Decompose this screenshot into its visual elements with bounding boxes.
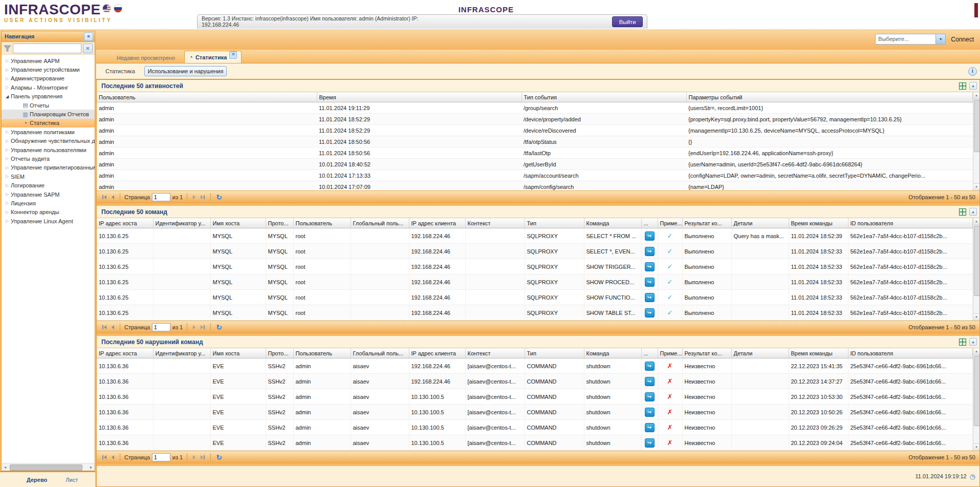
table-row[interactable]: 10.130.6.36EVESSHv2adminaisaev10.130.100…	[97, 405, 973, 420]
scroll-up-icon[interactable]: ▲	[973, 348, 979, 355]
scroll-up-icon[interactable]: ▲	[973, 92, 979, 99]
column-header[interactable]: Прото...	[266, 218, 293, 228]
expand-node-icon[interactable]: ▷	[4, 210, 11, 215]
page-number-input[interactable]	[152, 323, 170, 331]
column-header[interactable]: Время	[317, 92, 521, 102]
sidebar-item-report-scheduler[interactable]: ▥Планировщик Отчетов	[2, 110, 95, 118]
column-header[interactable]: ...	[641, 348, 658, 358]
column-header[interactable]: IP адрес хоста	[97, 218, 153, 228]
sidebar-item-license[interactable]: ▷Лицензия	[2, 199, 95, 207]
column-header[interactable]: Пользователь	[293, 218, 351, 228]
column-header[interactable]: Глобальный поль...	[351, 348, 409, 358]
table-row[interactable]: 10.130.6.25MYSQLMYSQLroot192.168.224.46S…	[97, 259, 973, 274]
expand-node-icon[interactable]: ▷	[4, 165, 11, 170]
first-page-button[interactable]	[101, 454, 108, 460]
table-row[interactable]: 10.130.6.36EVESSHv2adminaisaev10.130.100…	[97, 389, 973, 405]
expand-node-icon[interactable]: ▷	[4, 219, 11, 223]
tab-recently-viewed[interactable]: Недавно просмотрено	[110, 53, 182, 63]
table-row[interactable]: admin11.01.2024 18:50:56/tfa/lastOtp{end…	[97, 147, 973, 159]
expand-node-icon[interactable]: ▷	[4, 130, 11, 134]
table-row[interactable]: admin10.01.2024 17:13:33/sapm/account/se…	[97, 170, 973, 181]
prev-page-button[interactable]	[110, 324, 116, 330]
subtab-usage-violations[interactable]: Использование и нарушения	[144, 66, 227, 76]
sidebar-item-alarms-monitoring[interactable]: ▷Алармы - Мониторинг	[2, 83, 95, 92]
column-header[interactable]: Пользователь	[97, 92, 317, 102]
expand-node-icon[interactable]: ▷	[4, 58, 11, 63]
last-page-button[interactable]	[199, 324, 206, 330]
table-row[interactable]: admin11.01.2024 18:52:29/device/reDiscov…	[97, 125, 973, 136]
expand-node-icon[interactable]: ▷	[4, 156, 11, 161]
command-detail-icon[interactable]: ↪	[645, 377, 655, 386]
sidebar-item-lease-connector[interactable]: ▷Коннектор аренды	[2, 208, 95, 217]
expand-node-icon[interactable]: ▷	[4, 76, 11, 81]
column-header[interactable]: IP адрес хоста	[97, 348, 153, 358]
column-header[interactable]: Детали	[731, 348, 789, 358]
command-detail-icon[interactable]: ↪	[645, 231, 655, 241]
command-detail-icon[interactable]: ↪	[645, 293, 655, 302]
expand-node-icon[interactable]: ▷	[4, 183, 11, 188]
expand-node-icon[interactable]: ▷	[4, 201, 11, 205]
expand-node-icon[interactable]: ▷	[4, 192, 11, 197]
sidebar-item-administration[interactable]: ▷Администрирование	[2, 74, 95, 83]
language-flag-ru-icon[interactable]	[114, 4, 122, 13]
sidebar-item-user-management[interactable]: ▷Управление пользователями	[2, 145, 95, 154]
table-row[interactable]: 10.130.6.25MYSQLMYSQLroot192.168.224.46S…	[97, 228, 973, 244]
column-header[interactable]: Тип	[525, 348, 584, 358]
column-header[interactable]: Контекст	[465, 348, 525, 358]
table-row[interactable]: 10.130.6.36EVESSHv2adminaisaev10.130.100…	[97, 420, 973, 435]
scrollbar-thumb[interactable]	[974, 356, 979, 426]
command-detail-icon[interactable]: ↪	[645, 262, 655, 271]
connect-button[interactable]: Connect	[950, 36, 975, 43]
language-flag-us-icon[interactable]	[102, 4, 111, 13]
command-detail-icon[interactable]: ↪	[645, 408, 655, 417]
prev-page-button[interactable]	[110, 194, 116, 200]
scroll-down-icon[interactable]: ▼	[973, 443, 979, 451]
scrollbar-thumb[interactable]	[974, 226, 979, 296]
column-header[interactable]: Контекст	[465, 218, 525, 228]
column-header[interactable]: Прото...	[266, 348, 293, 358]
column-header[interactable]: ID пользователя	[848, 348, 973, 358]
prev-page-button[interactable]	[110, 454, 116, 460]
command-detail-icon[interactable]: ↪	[645, 392, 655, 401]
table-row[interactable]: 10.130.6.36EVESSHv2adminaisaev192.168.22…	[97, 374, 973, 389]
column-header[interactable]: Пользователь	[293, 348, 351, 358]
table-scrollbar[interactable]: ▲ ▼	[973, 92, 979, 190]
table-scrollbar[interactable]: ▲ ▼	[973, 218, 979, 321]
column-header[interactable]: IP адрес клиента	[409, 348, 465, 358]
table-row[interactable]: 10.130.6.25MYSQLMYSQLroot192.168.224.46S…	[97, 305, 973, 321]
column-header[interactable]: ID пользователя	[848, 218, 973, 228]
table-row[interactable]: admin11.01.2024 19:11:29/group/search{us…	[97, 102, 973, 114]
table-row[interactable]: 10.130.6.25MYSQLMYSQLroot192.168.224.46S…	[97, 244, 973, 259]
collapse-panel-icon[interactable]: ▲	[969, 82, 977, 90]
sidebar-item-device-management[interactable]: ▷Управление устройствами	[2, 65, 95, 74]
help-icon[interactable]: i	[968, 67, 977, 76]
table-row[interactable]: admin11.01.2024 18:50:56/tfa/otpStatus{}	[97, 136, 973, 147]
command-detail-icon[interactable]: ↪	[645, 278, 655, 287]
export-excel-icon[interactable]	[959, 208, 966, 216]
column-header[interactable]: Приме...	[658, 348, 682, 358]
table-row[interactable]: admin10.01.2024 18:40:52/getUserById{use…	[97, 159, 973, 170]
column-header[interactable]: Команда	[584, 348, 641, 358]
command-detail-icon[interactable]: ↪	[645, 247, 655, 256]
first-page-button[interactable]	[101, 194, 108, 200]
last-page-button[interactable]	[199, 194, 206, 200]
expand-node-icon[interactable]: ▷	[4, 85, 11, 90]
collapse-node-icon[interactable]: ◢	[4, 94, 11, 99]
column-header[interactable]: Время команды	[789, 218, 848, 228]
tab-tree-view[interactable]: Дерево	[27, 477, 47, 483]
expand-node-icon[interactable]: ▷	[4, 147, 11, 152]
column-header[interactable]: Имя хоста	[210, 218, 266, 228]
column-header[interactable]: Имя хоста	[210, 348, 266, 358]
sidebar-item-privileged-tasks-management[interactable]: ▷Управление привилегированными зада	[2, 163, 95, 172]
sidebar-item-audit-reports[interactable]: ▷Отчеты аудита	[2, 154, 95, 163]
sidebar-item-control-panel[interactable]: ◢Панель управления	[2, 92, 95, 101]
collapse-panel-icon[interactable]: ▲	[969, 338, 977, 346]
column-header[interactable]: Результат ко...	[682, 348, 731, 358]
column-header[interactable]: Параметры событий	[686, 92, 973, 102]
column-header[interactable]: Глобальный поль...	[351, 218, 409, 228]
expand-node-icon[interactable]: ▷	[4, 174, 11, 179]
next-page-button[interactable]	[191, 454, 197, 460]
expand-node-icon[interactable]: ▷	[4, 139, 11, 143]
connect-target-combobox[interactable]: Выберите... ▼	[875, 34, 946, 45]
table-row[interactable]: 10.130.6.25MYSQLMYSQLroot192.168.224.46S…	[97, 290, 973, 305]
